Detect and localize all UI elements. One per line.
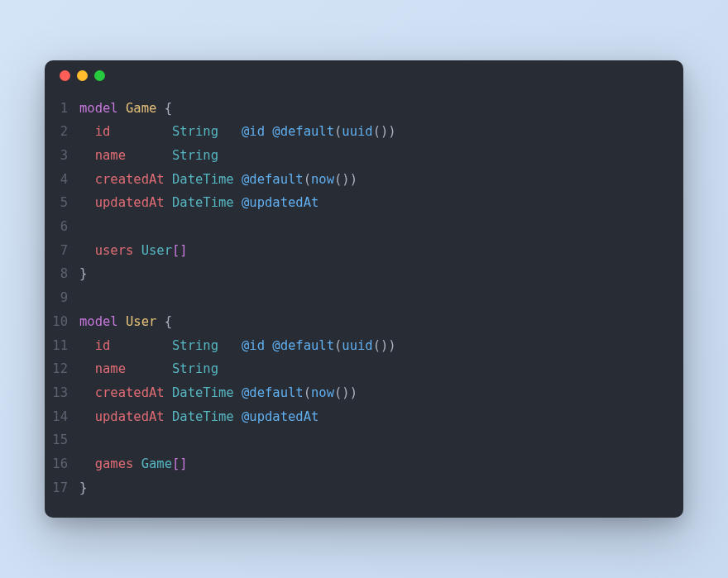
close-icon[interactable]: [60, 70, 70, 81]
line-number: 17: [45, 476, 79, 500]
line-number: 13: [45, 381, 79, 405]
line-number: 16: [45, 452, 79, 476]
line-content: [79, 428, 87, 452]
line-content: [79, 286, 87, 310]
code-line: 14 updatedAt DateTime @updatedAt: [45, 405, 683, 429]
line-content: createdAt DateTime @default(now()): [79, 168, 357, 192]
line-content: id String @id @default(uuid()): [79, 334, 396, 358]
line-number: 2: [45, 120, 79, 144]
line-number: 12: [45, 357, 79, 381]
code-line: 8}: [45, 262, 683, 286]
line-number: 1: [45, 97, 79, 121]
code-line: 1model Game {: [45, 97, 683, 121]
code-line: 5 updatedAt DateTime @updatedAt: [45, 191, 683, 215]
line-content: }: [79, 476, 87, 500]
line-number: 15: [45, 428, 79, 452]
code-line: 10model User {: [45, 310, 683, 334]
code-line: 2 id String @id @default(uuid()): [45, 120, 683, 144]
line-number: 14: [45, 405, 79, 429]
code-line: 3 name String: [45, 144, 683, 168]
code-line: 7 users User[]: [45, 239, 683, 263]
code-line: 13 createdAt DateTime @default(now()): [45, 381, 683, 405]
line-number: 4: [45, 168, 79, 192]
line-number: 10: [45, 310, 79, 334]
line-number: 6: [45, 215, 79, 239]
line-content: createdAt DateTime @default(now()): [79, 381, 357, 405]
code-window: 1model Game {2 id String @id @default(uu…: [45, 60, 683, 518]
line-content: }: [79, 262, 87, 286]
line-content: id String @id @default(uuid()): [79, 120, 396, 144]
code-line: 12 name String: [45, 357, 683, 381]
code-block: 1model Game {2 id String @id @default(uu…: [45, 92, 683, 518]
code-line: 11 id String @id @default(uuid()): [45, 334, 683, 358]
line-content: games Game[]: [79, 452, 188, 476]
code-line: 4 createdAt DateTime @default(now()): [45, 168, 683, 192]
code-line: 16 games Game[]: [45, 452, 683, 476]
line-content: name String: [79, 144, 218, 168]
code-line: 15: [45, 428, 683, 452]
maximize-icon[interactable]: [94, 70, 105, 81]
code-line: 9: [45, 286, 683, 310]
line-number: 8: [45, 262, 79, 286]
minimize-icon[interactable]: [77, 70, 88, 81]
line-content: updatedAt DateTime @updatedAt: [79, 191, 318, 215]
line-content: name String: [79, 357, 218, 381]
line-content: model Game {: [79, 97, 172, 121]
line-content: updatedAt DateTime @updatedAt: [79, 405, 318, 429]
line-content: model User {: [79, 310, 172, 334]
line-number: 3: [45, 144, 79, 168]
line-number: 11: [45, 334, 79, 358]
line-number: 9: [45, 286, 79, 310]
line-content: [79, 215, 87, 239]
window-titlebar: [45, 60, 683, 92]
line-content: users User[]: [79, 239, 188, 263]
code-line: 17}: [45, 476, 683, 500]
line-number: 7: [45, 239, 79, 263]
line-number: 5: [45, 191, 79, 215]
code-line: 6: [45, 215, 683, 239]
